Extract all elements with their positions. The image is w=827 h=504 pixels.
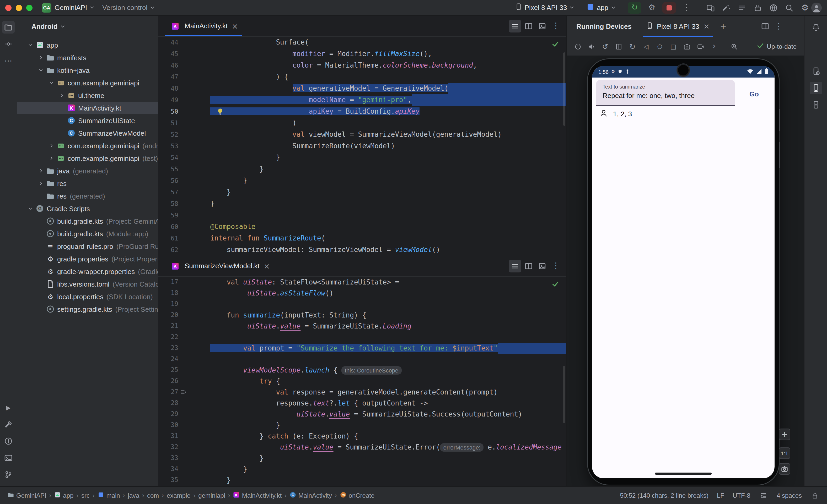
plugins-icon[interactable] — [751, 1, 764, 14]
breadcrumb-item[interactable]: monCreate — [340, 491, 375, 500]
column-mode-icon[interactable] — [759, 491, 768, 500]
chevron-down-icon[interactable] — [26, 205, 35, 212]
project-view-selector[interactable]: Android — [17, 16, 158, 37]
inspections-ok-icon[interactable] — [552, 280, 559, 289]
running-devices-icon[interactable] — [810, 82, 822, 94]
tree-item-libs-versions-toml[interactable]: libs.versions.toml(Version Catalog) — [17, 278, 158, 290]
split-vertical-icon[interactable] — [522, 260, 535, 272]
panel-options-icon[interactable]: ⋮ — [773, 20, 785, 33]
lock-icon[interactable] — [810, 491, 820, 500]
preview-image-icon[interactable] — [536, 260, 548, 272]
editor-top[interactable]: KMainActivity.kt×⋮44 Surface(45 modifier… — [158, 16, 566, 256]
code-editor[interactable]: 17 val uiState: StateFlow<SummarizeUiSta… — [158, 277, 566, 486]
ai-wand-icon[interactable] — [720, 1, 733, 14]
chevron-right-icon[interactable] — [47, 143, 56, 149]
kebab-icon[interactable]: ⋮ — [549, 260, 562, 272]
tree-item-res[interactable]: res(generated) — [17, 190, 158, 202]
device-tab[interactable]: Pixel 8 API 33 × — [643, 16, 713, 37]
device-mirror-icon[interactable] — [704, 1, 717, 14]
zoom-window-button[interactable] — [26, 4, 33, 11]
tree-item-manifests[interactable]: manifests — [17, 51, 158, 64]
rotate-left-icon[interactable]: ↺ — [599, 41, 611, 52]
problems-icon[interactable] — [2, 435, 15, 447]
device-selector[interactable]: Pixel 8 API 33 — [515, 3, 575, 12]
tree-item-summarizeuistate[interactable]: CSummarizeUiState — [17, 114, 158, 127]
tree-item-summarizeviewmodel[interactable]: CSummarizeViewModel — [17, 127, 158, 139]
caret-position[interactable]: 50:52 (140 chars, 2 line breaks) — [620, 492, 709, 499]
new-device-tab-icon[interactable]: + — [717, 20, 729, 33]
zoom-in-button[interactable]: + — [779, 429, 790, 440]
tree-item-java[interactable]: java(generated) — [17, 165, 158, 177]
tree-item-gradle-scripts[interactable]: GGradle Scripts — [17, 202, 158, 215]
tree-item-ui-theme[interactable]: ui.theme — [17, 89, 158, 102]
chevron-right-icon[interactable] — [57, 92, 66, 99]
device-file-explorer-icon[interactable] — [810, 99, 822, 111]
kebab-icon[interactable]: ⋮ — [549, 20, 562, 32]
file-encoding[interactable]: UTF-8 — [733, 492, 750, 499]
tree-item-settings-gradle-kts[interactable]: settings.gradle.kts(Project Settings) — [17, 303, 158, 316]
device-screenshot-button[interactable] — [779, 463, 790, 475]
tree-item-mainactivity-kt[interactable]: KMainActivity.kt — [17, 102, 158, 114]
close-tab-icon[interactable]: × — [232, 22, 238, 30]
project-selector[interactable]: GeminiAPI — [54, 4, 95, 11]
tree-item-proguard-rules-pro[interactable]: ≡proguard-rules.pro(ProGuard Rules for "… — [17, 240, 158, 253]
close-tab-icon[interactable]: × — [703, 22, 710, 31]
breadcrumb-item[interactable]: geminiapi — [198, 492, 225, 499]
rerun-button[interactable]: ↻ — [628, 2, 641, 13]
layout-list-icon[interactable] — [509, 20, 521, 32]
breadcrumb-item[interactable]: example — [167, 492, 191, 499]
run-icon[interactable]: ▶ — [2, 401, 15, 414]
tree-item-gradle-properties[interactable]: ⚙gradle.properties(Project Properties) — [17, 253, 158, 265]
screen-record-icon[interactable] — [695, 41, 707, 52]
breadcrumb-item[interactable]: main — [98, 491, 120, 500]
chevron-right-icon[interactable] — [47, 155, 56, 161]
version-control-menu[interactable]: Version control — [102, 4, 155, 11]
breadcrumb-item[interactable]: CMainActivity — [289, 491, 332, 500]
indent-setting[interactable]: 4 spaces — [777, 492, 802, 499]
tree-item-res[interactable]: res — [17, 177, 158, 190]
breadcrumb-item[interactable]: java — [128, 492, 139, 499]
split-panel-icon[interactable] — [759, 20, 771, 33]
breadcrumb-item[interactable]: src — [81, 492, 90, 499]
tree-item-com-example-geminiapi[interactable]: com.example.geminiapi(test) — [17, 152, 158, 165]
run-configuration-selector[interactable]: app — [587, 3, 616, 12]
profiler-globe-icon[interactable] — [767, 1, 780, 14]
tree-item-local-properties[interactable]: ⚙local.properties(SDK Location) — [17, 290, 158, 303]
editor-tab[interactable]: KSummarizeViewModel.kt× — [165, 256, 274, 276]
zoom-reset-button[interactable]: 1:1 — [779, 447, 790, 459]
volume-icon[interactable] — [586, 41, 597, 52]
go-button[interactable]: Go — [749, 90, 759, 98]
split-vertical-icon[interactable] — [522, 20, 535, 32]
notifications-bell-icon[interactable] — [810, 21, 822, 34]
tree-item-com-example-geminiapi[interactable]: com.example.geminiapi — [17, 76, 158, 89]
editor-tab[interactable]: KMainActivity.kt× — [165, 16, 242, 36]
power-icon[interactable] — [572, 41, 584, 52]
chevron-right-icon[interactable] — [36, 54, 46, 61]
phone-screen[interactable]: 1:56 ⚙ Text to summarize Repeat for me: … — [592, 66, 775, 478]
stop-button[interactable] — [662, 2, 676, 13]
tree-item-kotlin-java[interactable]: kotlin+java — [17, 64, 158, 76]
device-manager-icon[interactable] — [810, 65, 822, 77]
tree-item-build-gradle-kts[interactable]: build.gradle.kts(Module :app) — [17, 227, 158, 240]
editor-scrollbar[interactable] — [563, 366, 565, 423]
preview-image-icon[interactable] — [536, 20, 548, 32]
hide-panel-icon[interactable]: — — [786, 20, 799, 33]
search-icon[interactable] — [783, 1, 795, 14]
chevron-down-icon[interactable] — [36, 67, 46, 73]
breadcrumb-item[interactable]: com — [147, 492, 159, 499]
back-icon[interactable]: ◁ — [640, 41, 652, 52]
tree-item-gradle-wrapper-properties[interactable]: ⚙gradle-wrapper.properties(Gradle Versio… — [17, 265, 158, 278]
more-options-icon[interactable]: ⋮ — [680, 1, 693, 14]
build-hammer-icon[interactable] — [2, 418, 15, 431]
chevron-right-icon[interactable] — [36, 180, 46, 186]
code-editor[interactable]: 44 Surface(45 modifier = Modifier.fillMa… — [158, 37, 566, 256]
user-avatar[interactable] — [811, 2, 822, 13]
zoom-to-fit-icon[interactable] — [728, 41, 740, 52]
screenshot-camera-icon[interactable] — [681, 41, 693, 52]
task-list-icon[interactable] — [736, 1, 748, 14]
chevron-right-icon[interactable] — [36, 168, 46, 174]
close-tab-icon[interactable]: × — [264, 262, 270, 270]
tree-item-com-example-geminiapi[interactable]: com.example.geminiapi(androidTest) — [17, 139, 158, 152]
overview-icon[interactable]: □ — [668, 41, 679, 52]
tree-item-app[interactable]: app — [17, 39, 158, 51]
